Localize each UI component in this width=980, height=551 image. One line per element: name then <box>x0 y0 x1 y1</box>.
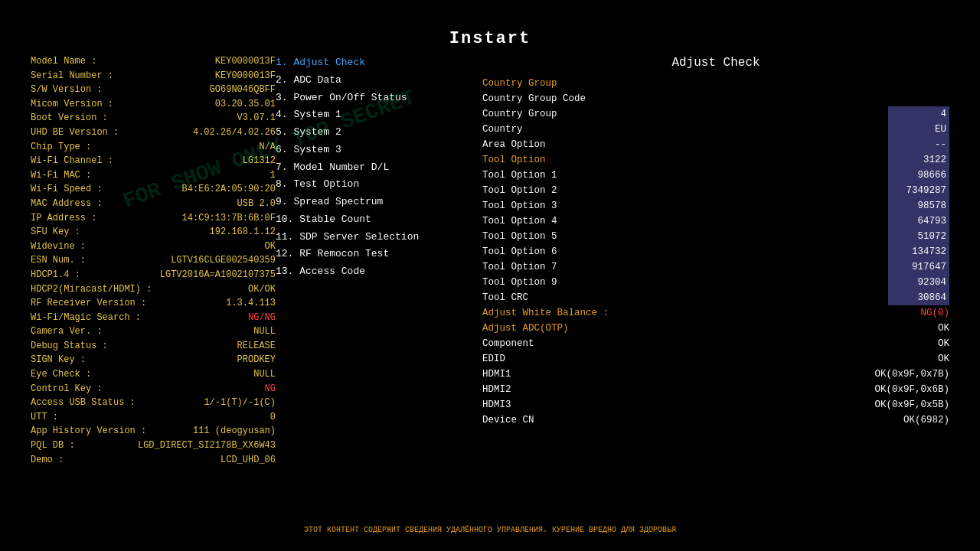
panel-title: Adjust Check <box>482 51 949 76</box>
info-row: Micom Version :03.20.35.01 <box>31 97 276 112</box>
info-value: 1 <box>270 168 276 183</box>
adjust-label: Country Group <box>482 106 557 122</box>
info-row: Serial Number :KEY0000013F <box>31 69 276 83</box>
menu-item[interactable]: 7. Model Number D/L <box>276 159 475 177</box>
info-row: Control Key :NG <box>31 382 276 396</box>
adjust-label: Country Group Code <box>482 91 586 106</box>
info-value: LGTV2016A=A1002107375 <box>160 268 276 282</box>
adjust-row: Tool CRC30864 <box>482 290 949 305</box>
page-title: Instart <box>23 23 957 51</box>
info-label: UHD BE Version : <box>31 126 119 140</box>
menu-item[interactable]: 4. System 1 <box>276 106 475 124</box>
info-row: Model Name :KEY0000013F <box>31 54 276 69</box>
info-label: Camera Ver. : <box>31 324 103 339</box>
menu-item[interactable]: 9. Spread Spectrum <box>276 194 475 211</box>
adjust-rows: Country GroupCountry Group CodeCountry G… <box>482 76 949 428</box>
info-row: Boot Version :V3.07.1 <box>31 111 276 126</box>
right-panel: Adjust Check Country GroupCountry Group … <box>475 51 949 536</box>
adjust-value: -- <box>888 137 949 152</box>
info-row: MAC Address :USB 2.0 <box>31 197 276 211</box>
info-value: USB 2.0 <box>237 197 276 211</box>
adjust-label: Tool Option 4 <box>482 214 557 229</box>
adjust-value: 4 <box>888 106 949 122</box>
info-row: Wi-Fi Channel :LG1312 <box>31 154 276 168</box>
info-row: PQL DB :LGD_DIRECT_SI2178B_XX6W43 <box>31 439 276 453</box>
info-label: Micom Version : <box>31 97 113 112</box>
info-value: V3.07.1 <box>237 111 276 126</box>
adjust-label: Component <box>482 336 534 351</box>
info-label: S/W Version : <box>31 83 103 97</box>
menu-item[interactable]: 2. ADC Data <box>276 72 475 90</box>
adjust-row: HDMI1OK(0x9F,0x7B) <box>482 367 949 382</box>
info-value: LGD_DIRECT_SI2178B_XX6W43 <box>138 439 276 453</box>
menu-item[interactable]: 5. System 2 <box>276 124 475 142</box>
menu-item[interactable]: 1. Adjust Check <box>276 54 475 72</box>
adjust-row: Adjust White Balance :NG(0) <box>482 305 949 321</box>
info-value: 1/-1(T)/-1(C) <box>204 396 276 410</box>
menu-item[interactable]: 8. Test Option <box>276 176 475 194</box>
info-row: Camera Ver. :NULL <box>31 324 276 339</box>
info-value: PRODKEY <box>237 353 276 367</box>
adjust-label: HDMI3 <box>482 397 511 412</box>
info-label: Eye Check : <box>31 367 91 382</box>
adjust-value: 98666 <box>888 168 949 183</box>
adjust-row: Tool Option 398578 <box>482 198 949 214</box>
info-label: RF Receiver Version : <box>31 296 146 311</box>
info-value: OK <box>265 240 276 254</box>
adjust-value: 917647 <box>888 259 949 275</box>
info-value: KEY0000013F <box>215 69 276 83</box>
adjust-label: Tool Option 6 <box>482 244 557 259</box>
info-row: ESN Num. :LGTV16CLGE002540359 <box>31 253 276 268</box>
adjust-row: Adjust ADC(OTP)OK <box>482 321 949 336</box>
menu-item[interactable]: 13. Access Code <box>276 263 475 281</box>
info-row: Wi-Fi/Magic Search :NG/NG <box>31 311 276 325</box>
adjust-label: Country Group <box>482 76 557 91</box>
adjust-value: OK <box>888 336 949 351</box>
adjust-label: Adjust White Balance : <box>482 305 609 321</box>
info-label: HDCP2(Miracast/HDMI) : <box>31 282 152 297</box>
adjust-row: Tool Option3122 <box>482 152 949 168</box>
info-label: Chip Type : <box>31 140 91 155</box>
info-row: Wi-Fi MAC :1 <box>31 168 276 183</box>
info-label: IP Address : <box>31 211 96 226</box>
info-row: App History Version :111 (deogyusan) <box>31 424 276 439</box>
menu-item[interactable]: 3. Power On/Off Status <box>276 90 475 107</box>
adjust-label: Country <box>482 122 523 137</box>
middle-menu: 1. Adjust Check2. ADC Data3. Power On/Of… <box>276 51 475 536</box>
content-area: Model Name :KEY0000013FSerial Number :KE… <box>23 51 957 536</box>
tv-frame: Instart Model Name :KEY0000013FSerial Nu… <box>0 0 980 551</box>
info-row: S/W Version :GO69N046QBFF <box>31 83 276 97</box>
adjust-row: Tool Option 6134732 <box>482 244 949 259</box>
left-column: Model Name :KEY0000013FSerial Number :KE… <box>31 51 276 536</box>
adjust-row: HDMI2OK(0x9F,0x6B) <box>482 382 949 397</box>
info-label: Serial Number : <box>31 69 113 83</box>
adjust-value: 134732 <box>888 244 949 259</box>
info-value: 03.20.35.01 <box>215 97 276 112</box>
info-label: SFU Key : <box>31 225 80 240</box>
info-row: HDCP2(Miracast/HDMI) :OK/OK <box>31 282 276 297</box>
menu-item[interactable]: 10. Stable Count <box>276 211 475 229</box>
adjust-row: Device CNOK(6982) <box>482 412 949 428</box>
info-row: UTT :0 <box>31 410 276 425</box>
adjust-row: Country Group Code <box>482 91 949 106</box>
menu-item[interactable]: 11. SDP Server Selection <box>276 229 475 246</box>
info-value: 0 <box>270 410 276 425</box>
adjust-value: 64793 <box>888 214 949 229</box>
info-label: App History Version : <box>31 424 146 439</box>
adjust-row: HDMI3OK(0x9F,0x5B) <box>482 397 949 412</box>
adjust-label: Tool Option 2 <box>482 183 557 198</box>
info-value: OK/OK <box>248 282 276 297</box>
adjust-row: Tool Option 7917647 <box>482 259 949 275</box>
info-label: Widevine : <box>31 240 86 254</box>
adjust-label: Area Option <box>482 137 546 152</box>
info-value: B4:E6:2A:05:90:20 <box>182 182 276 197</box>
info-row: RF Receiver Version :1.3.4.113 <box>31 296 276 311</box>
info-row: Access USB Status :1/-1(T)/-1(C) <box>31 396 276 410</box>
menu-item[interactable]: 12. RF Remocon Test <box>276 246 475 263</box>
adjust-value: 98578 <box>888 198 949 214</box>
menu-item[interactable]: 6. System 3 <box>276 142 475 159</box>
adjust-label: HDMI1 <box>482 367 511 382</box>
info-row: IP Address :14:C9:13:7B:6B:0F <box>31 211 276 226</box>
info-value: NULL <box>253 367 276 382</box>
info-label: Demo : <box>31 453 64 468</box>
